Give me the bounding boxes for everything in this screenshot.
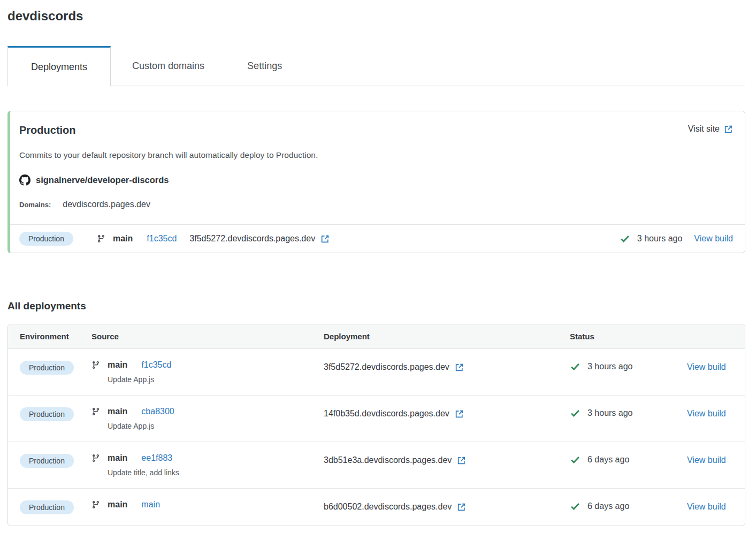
- tab-bar: Deployments Custom domains Settings: [7, 46, 745, 86]
- column-header-environment: Environment: [20, 332, 91, 341]
- visit-site-link[interactable]: Visit site: [688, 124, 733, 134]
- visit-site-label: Visit site: [688, 124, 720, 134]
- branch-name: main: [108, 453, 127, 463]
- view-build-link[interactable]: View build: [687, 362, 726, 371]
- git-branch-icon: [91, 361, 100, 369]
- status-time: 6 days ago: [587, 455, 629, 465]
- git-branch-icon: [91, 454, 100, 462]
- external-link-icon[interactable]: [455, 409, 464, 419]
- git-branch-icon: [91, 500, 100, 509]
- git-branch-icon: [97, 234, 105, 243]
- success-check-icon: [570, 454, 581, 465]
- domains-label: Domains:: [19, 201, 51, 209]
- environment-badge: Production: [20, 407, 74, 421]
- branch-name: main: [113, 234, 133, 244]
- deployment-status: 6 days ago: [570, 501, 687, 512]
- status-time: 3 hours ago: [587, 408, 633, 418]
- success-check-icon: [570, 361, 581, 372]
- deployment-status: 3 hours ago: [570, 408, 687, 419]
- deployment-url: 3db51e3a.devdiscords.pages.dev: [324, 455, 466, 465]
- success-check-icon: [570, 501, 581, 512]
- commit-message: Update App.js: [108, 375, 324, 384]
- deployments-table-header: Environment Source Deployment Status: [8, 324, 745, 349]
- commit-message: Update App.js: [108, 422, 324, 430]
- tab-custom-domains[interactable]: Custom domains: [111, 46, 226, 86]
- deployments-table: Environment Source Deployment Status Pro…: [7, 324, 745, 526]
- production-card: Production Visit site Commits to your de…: [7, 111, 745, 253]
- commit-link[interactable]: ee1f883: [141, 453, 172, 463]
- tab-settings[interactable]: Settings: [226, 46, 303, 86]
- environment-badge: Production: [19, 232, 73, 246]
- commit-link[interactable]: f1c35cd: [141, 360, 171, 370]
- table-row: Production main main b6d00502.devdiscord…: [8, 489, 745, 526]
- commit-link[interactable]: cba8300: [141, 407, 174, 416]
- status-time: 6 days ago: [587, 501, 629, 511]
- environment-badge: Production: [20, 361, 74, 375]
- tab-deployments[interactable]: Deployments: [7, 46, 111, 86]
- deployment-status: 3 hours ago: [570, 361, 687, 372]
- deployment-url: 3f5d5272.devdiscords.pages.dev: [324, 362, 464, 372]
- deployment-url: 3f5d5272.devdiscords.pages.dev: [189, 234, 330, 244]
- column-header-status: Status: [570, 332, 687, 341]
- repo-link[interactable]: signalnerve/developer-discords: [36, 175, 169, 185]
- view-build-link[interactable]: View build: [687, 455, 726, 465]
- view-build-link[interactable]: View build: [694, 234, 733, 244]
- status-time: 3 hours ago: [637, 234, 683, 244]
- external-link-icon[interactable]: [457, 503, 466, 512]
- production-latest-deployment-row: Production main f1c35cd 3f5d5272.devdisc…: [10, 224, 745, 253]
- external-link-icon[interactable]: [457, 456, 466, 465]
- commit-link[interactable]: f1c35cd: [147, 234, 177, 244]
- deployments-table-body: Production main f1c35cd Update App.js 3f…: [8, 349, 745, 526]
- environment-badge: Production: [20, 454, 74, 468]
- production-description: Commits to your default repository branc…: [19, 150, 733, 160]
- all-deployments-title: All deployments: [7, 300, 745, 312]
- view-build-link[interactable]: View build: [687, 409, 726, 418]
- pages-project-page: devdiscords Deployments Custom domains S…: [0, 0, 756, 526]
- external-link-icon[interactable]: [724, 125, 733, 134]
- github-icon: [19, 174, 30, 186]
- commit-message: Update title, add links: [108, 468, 324, 477]
- environment-badge: Production: [20, 500, 74, 514]
- column-header-deployment: Deployment: [324, 332, 570, 341]
- domain-value: devdiscords.pages.dev: [63, 200, 150, 209]
- table-row: Production main cba8300 Update App.js 14…: [8, 396, 745, 442]
- external-link-icon[interactable]: [320, 234, 330, 244]
- deployment-status: 6 days ago: [570, 454, 687, 465]
- table-row: Production main f1c35cd Update App.js 3f…: [8, 349, 745, 396]
- commit-link[interactable]: main: [141, 500, 160, 510]
- status-time: 3 hours ago: [587, 362, 633, 371]
- page-title: devdiscords: [7, 7, 745, 24]
- deployment-status: 3 hours ago: [620, 233, 683, 244]
- deployment-url: 14f0b35d.devdiscords.pages.dev: [324, 409, 464, 419]
- column-header-source: Source: [91, 332, 324, 341]
- external-link-icon[interactable]: [455, 363, 464, 372]
- branch-name: main: [108, 360, 127, 370]
- table-row: Production main ee1f883 Update title, ad…: [8, 442, 745, 489]
- success-check-icon: [620, 233, 630, 244]
- branch-name: main: [108, 407, 127, 416]
- deployment-url: b6d00502.devdiscords.pages.dev: [324, 502, 466, 512]
- git-branch-icon: [91, 407, 100, 416]
- success-check-icon: [570, 408, 581, 419]
- production-card-title: Production: [19, 124, 76, 136]
- view-build-link[interactable]: View build: [687, 502, 726, 511]
- branch-name: main: [108, 500, 127, 510]
